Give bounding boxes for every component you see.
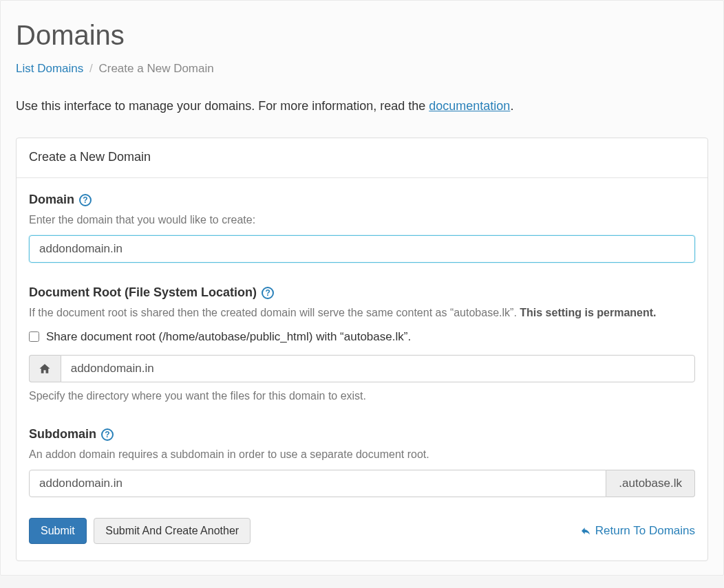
subdomain-label: Subdomain bbox=[29, 427, 96, 441]
help-icon[interactable]: ? bbox=[262, 287, 274, 299]
breadcrumb: List Domains / Create a New Domain bbox=[16, 60, 708, 78]
page-title: Domains bbox=[16, 14, 708, 56]
documentation-link[interactable]: documentation bbox=[429, 99, 510, 113]
panel-header: Create a New Domain bbox=[17, 138, 707, 178]
docroot-hint-below: Specify the directory where you want the… bbox=[29, 388, 695, 404]
domain-input[interactable] bbox=[29, 235, 695, 263]
help-icon[interactable]: ? bbox=[79, 194, 92, 206]
domain-label: Domain bbox=[29, 193, 74, 206]
actions-row: Submit Submit And Create Another Return … bbox=[29, 518, 695, 544]
help-icon[interactable]: ? bbox=[101, 428, 114, 441]
domain-hint: Enter the domain that you would like to … bbox=[29, 212, 695, 228]
return-to-domains-link[interactable]: Return To Domains bbox=[580, 522, 695, 540]
subdomain-form-group: Subdomain ? An addon domain requires a s… bbox=[29, 425, 695, 497]
share-docroot-row[interactable]: Share document root (/home/autobase/publ… bbox=[29, 328, 695, 346]
submit-another-button[interactable]: Submit And Create Another bbox=[94, 518, 251, 544]
intro-text: Use this interface to manage your domain… bbox=[16, 97, 708, 116]
breadcrumb-current: Create a New Domain bbox=[98, 62, 213, 75]
docroot-hint: If the document root is shared then the … bbox=[29, 305, 695, 321]
reply-arrow-icon bbox=[580, 525, 591, 536]
submit-button[interactable]: Submit bbox=[29, 518, 87, 544]
home-icon bbox=[29, 355, 61, 382]
docroot-label: Document Root (File System Location) bbox=[29, 285, 257, 299]
create-domain-panel: Create a New Domain Domain ? Enter the d… bbox=[16, 138, 708, 562]
domain-form-group: Domain ? Enter the domain that you would… bbox=[29, 190, 695, 263]
docroot-form-group: Document Root (File System Location) ? I… bbox=[29, 283, 695, 405]
share-docroot-label: Share document root (/home/autobase/publ… bbox=[46, 328, 411, 346]
subdomain-input[interactable] bbox=[29, 470, 606, 497]
subdomain-hint: An addon domain requires a subdomain in … bbox=[29, 446, 695, 463]
share-docroot-checkbox[interactable] bbox=[29, 331, 39, 342]
breadcrumb-separator: / bbox=[89, 62, 93, 75]
docroot-input[interactable] bbox=[61, 355, 695, 382]
breadcrumb-list-domains[interactable]: List Domains bbox=[16, 62, 83, 75]
subdomain-suffix: .autobase.lk bbox=[606, 470, 695, 497]
